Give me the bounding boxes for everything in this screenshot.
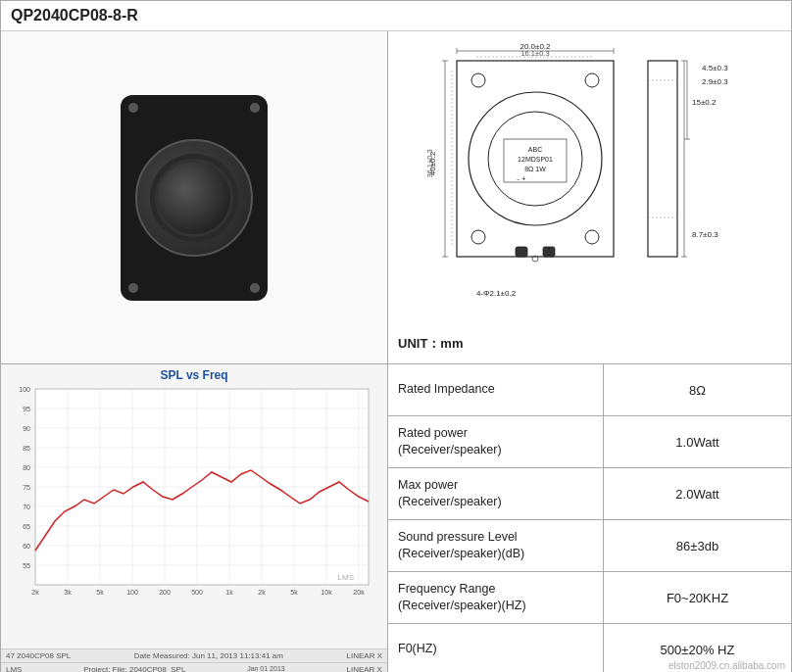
svg-text:75: 75 (23, 484, 30, 491)
spec-label-2: Max power(Receiver/speaker) (388, 468, 604, 519)
svg-text:85: 85 (23, 445, 30, 452)
svg-text:60: 60 (23, 543, 30, 550)
svg-text:LMS: LMS (338, 573, 354, 582)
unit-label: UNIT：mm (398, 335, 781, 353)
specs-cell: Rated Impedance 8Ω Rated power(Receiver/… (388, 364, 791, 672)
linear-x-label: LINEAR X (347, 665, 382, 672)
svg-point-10 (471, 230, 485, 244)
watermark: elston2009.cn.alibaba.com (668, 660, 785, 671)
spec-row-3: Sound pressure Level(Receiver/speaker)(d… (388, 520, 791, 572)
mount-hole-br (250, 283, 260, 293)
product-image (121, 95, 268, 301)
spec-label-0: Rated Impedance (388, 364, 604, 415)
graph-footer-left: 47 2040CP08 SPL (6, 651, 71, 660)
svg-text:90: 90 (23, 425, 30, 432)
svg-point-9 (585, 73, 599, 87)
svg-text:10k: 10k (321, 589, 332, 596)
spec-label-5: F0(HZ) (388, 624, 604, 672)
graph-cell: SPL vs Freq (1, 364, 388, 672)
graph-date2: Jan 01 2013 (247, 665, 285, 672)
svg-text:5k: 5k (96, 589, 104, 596)
svg-text:2k: 2k (258, 589, 266, 596)
svg-text:16.1±0.3: 16.1±0.3 (520, 49, 549, 58)
svg-text:100: 100 (126, 589, 138, 596)
svg-text:3k: 3k (64, 589, 72, 596)
svg-text:95: 95 (23, 406, 30, 412)
svg-text:1k: 1k (225, 589, 233, 596)
svg-text:65: 65 (23, 523, 30, 530)
spec-row-0: Rated Impedance 8Ω (388, 364, 791, 416)
svg-text:15±0.2: 15±0.2 (692, 98, 717, 107)
svg-text:4.5±0.3: 4.5±0.3 (702, 64, 728, 72)
spec-label-1: Rated power(Receiver/speaker) (388, 416, 604, 467)
spec-value-3: 86±3db (604, 520, 791, 571)
svg-point-8 (471, 73, 485, 87)
graph-info: Project: File: 2040CP08_SPL (83, 665, 185, 672)
graph-footer: 47 2040CP08 SPL Date Measured: Jun 11, 2… (1, 648, 387, 662)
svg-text:20k: 20k (353, 589, 365, 596)
svg-rect-28 (648, 61, 677, 257)
spec-label-4: Frequency Range(Receiver/speaker)(HZ) (388, 572, 604, 623)
speaker-dome (155, 159, 233, 237)
svg-text:36.1±0.3: 36.1±0.3 (425, 149, 434, 177)
lms-label: LMS (6, 665, 22, 672)
svg-text:80: 80 (23, 464, 30, 471)
spec-value-0: 8Ω (604, 364, 791, 415)
diagram-cell: ABC 12MDSP01 8Ω 1W - + (388, 31, 791, 363)
svg-text:-   +: - + (517, 174, 526, 183)
svg-text:55: 55 (23, 562, 30, 569)
svg-text:500: 500 (191, 589, 203, 596)
spl-graph: 100 95 90 85 80 75 70 65 60 55 2k 3k 5k … (1, 384, 383, 648)
main-content: ABC 12MDSP01 8Ω 1W - + (1, 31, 791, 672)
svg-text:200: 200 (159, 589, 171, 596)
graph-footer2: LMS Project: File: 2040CP08_SPL Jan 01 2… (1, 662, 387, 672)
top-section: ABC 12MDSP01 8Ω 1W - + (1, 31, 791, 364)
graph-title: SPL vs Freq (1, 364, 387, 384)
svg-text:2k: 2k (31, 589, 39, 596)
svg-point-11 (585, 230, 599, 244)
product-title: QP2040CP08-8-R (1, 1, 791, 31)
page-wrapper: QP2040CP08-8-R (0, 0, 792, 672)
svg-rect-13 (543, 247, 555, 257)
mount-hole-tr (250, 103, 260, 113)
mount-hole-tl (128, 103, 138, 113)
graph-footer-date: Date Measured: Jun 11, 2013 11:13:41 am (134, 651, 283, 660)
svg-text:100: 100 (19, 386, 30, 393)
svg-text:5k: 5k (290, 589, 298, 596)
spec-value-4: F0~20KHZ (604, 572, 791, 623)
svg-rect-12 (516, 247, 527, 257)
technical-diagram: ABC 12MDSP01 8Ω 1W - + (398, 41, 780, 335)
mount-hole-bl (128, 283, 138, 293)
svg-text:8.7±0.3: 8.7±0.3 (692, 230, 718, 239)
svg-text:4-Φ2.1±0.2: 4-Φ2.1±0.2 (476, 289, 517, 298)
bottom-section: SPL vs Freq (1, 364, 791, 672)
spec-row-5: F0(HZ) 500±20% HZ elston2009.cn.alibaba.… (388, 624, 791, 672)
spec-label-3: Sound pressure Level(Receiver/speaker)(d… (388, 520, 604, 571)
product-image-cell (1, 31, 388, 363)
svg-text:8Ω 1W: 8Ω 1W (524, 166, 546, 172)
svg-text:12MDSP01: 12MDSP01 (518, 156, 553, 163)
graph-footer-right: LINEAR X (347, 651, 382, 660)
spec-row-1: Rated power(Receiver/speaker) 1.0Watt (388, 416, 791, 468)
svg-text:ABC: ABC (528, 146, 542, 153)
svg-text:2.9±0.3: 2.9±0.3 (702, 77, 728, 86)
svg-text:70: 70 (23, 504, 30, 510)
spec-row-4: Frequency Range(Receiver/speaker)(HZ) F0… (388, 572, 791, 624)
spec-value-2: 2.0Watt (604, 468, 791, 519)
spec-row-2: Max power(Receiver/speaker) 2.0Watt (388, 468, 791, 520)
spec-value-1: 1.0Watt (604, 416, 791, 467)
